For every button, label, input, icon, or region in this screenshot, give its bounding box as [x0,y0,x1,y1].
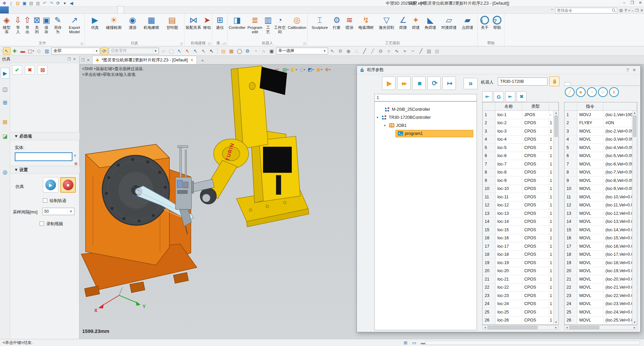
loc-21[interactable]: 21loc-21CPOS1 [483,275,558,284]
print-plus-icon[interactable]: ▥ [35,0,41,6]
command-row[interactable]: 2FLYBY#ON [565,119,637,128]
strip-mechatronic-icon[interactable]: ◫ [1,85,9,93]
loc-25[interactable]: 25loc-25CPOS1 [483,308,558,316]
command-row[interactable]: 11MOVL(loc-10,Vel=0.05000, [565,193,637,201]
loc-22[interactable]: 22loc-22CPOS1 [483,284,558,292]
command-row[interactable]: 15MOVL(loc-14,Vel=0.05000, [565,226,637,234]
loc-18[interactable]: 18loc-18CPOS1 [483,251,558,259]
robot-name-field[interactable]: TR30-1720B [498,78,547,86]
strip-structure-icon[interactable]: ⊞ [1,98,9,107]
load-locations-button[interactable]: ⇤ [482,91,492,102]
ribbon-tab[interactable] [9,6,15,13]
communication-button[interactable]: ⊞通信 [215,15,225,30]
command-row[interactable]: 8MOVL(loc-7,Vel=0.05000,A [565,168,637,177]
loc-12[interactable]: 12loc-12CPOS1 [483,201,558,210]
controller-button[interactable]: ◨Controller [228,15,247,30]
loc-4[interactable]: 4loc-4CPOS1 [483,136,558,144]
collapse-ribbon-icon[interactable]: ⌃ [550,8,553,13]
weld-seam-button[interactable]: ✦焊缝 [411,15,421,30]
ribbon-tab[interactable] [99,6,105,13]
required-section-header[interactable]: ▼ 必选项 [10,132,79,140]
print-icon[interactable]: ▤ [28,0,34,6]
restore-button[interactable]: ❐ [629,0,635,5]
help-button[interactable]: ?帮助 [492,15,502,30]
save-as-button[interactable]: ✎另存为 [51,15,64,35]
calibration-button[interactable]: ◎Calibration [287,15,307,30]
new-doc-icon[interactable]: ▯ [8,0,14,6]
box-a-icon[interactable]: ▧ [425,47,433,55]
command-row[interactable]: 24MOVL(loc-23,Vel=0.05000, [565,300,637,308]
loc-11[interactable]: 11loc-11CPOS1 [483,193,558,201]
loc-15[interactable]: 15loc-15CPOS1 [483,226,558,234]
line-icon[interactable]: ╱ [361,47,368,55]
tab-close-icon[interactable]: ✕ [190,58,194,62]
close-button[interactable]: ✕ [637,0,643,5]
menu-item[interactable] [117,0,123,7]
ribbon-tab[interactable] [15,6,21,13]
ribbon-tab[interactable] [39,6,45,13]
loc-14[interactable]: 14loc-14CPOS1 [483,218,558,226]
command-row[interactable]: 16MOVL(loc-15,Vel=0.05000, [565,234,637,243]
disable-command-button[interactable]: ╱ [565,87,575,97]
locations-vertical-scrollbar[interactable]: ▲▼ [553,111,558,325]
marquee-select-icon[interactable]: ▢▾ [27,47,35,55]
command-row[interactable]: 14MOVL(loc-13,Vel=0.05000, [565,218,637,226]
strip-search-icon[interactable]: ◎ [1,167,9,176]
display-icon[interactable]: ▭ [411,340,417,346]
gear-icon[interactable]: ⚙ [337,47,344,55]
ribbon-tab[interactable] [57,6,63,13]
chevron-down-icon[interactable]: ▾ [377,116,380,119]
ribbon-tab[interactable] [75,6,81,13]
apply-button[interactable]: ⊠ [38,65,48,75]
plane-icon[interactable]: ▣ [268,47,275,55]
doc-minimize-icon[interactable]: – [632,8,634,12]
spraying-button[interactable]: ≋喷涂 [344,15,354,30]
load-group-button[interactable]: G [494,91,504,102]
filter-combo[interactable]: 全部▼ [51,48,100,54]
command-tab[interactable] [583,83,589,86]
panel-restore-icon[interactable]: ❐ [66,57,72,61]
line-point-icon[interactable]: ╱ [369,47,376,55]
loc-9[interactable]: 9loc-9CPOS1 [483,177,558,185]
settings-section-header[interactable]: ▼ 设置 [10,166,79,174]
command-row[interactable]: 20MOVL(loc-19,Vel=0.05000, [565,267,637,276]
ribbon-tab[interactable] [93,6,99,13]
loc-5[interactable]: 5loc-5CPOS1 [483,144,558,152]
shade-cube-icon[interactable]: ◧▾ [290,66,298,73]
pick-shape-icon[interactable]: ↖ [176,47,183,55]
sim-stop-button[interactable]: ■ [60,177,76,193]
csys-icon[interactable]: ⊕▾ [324,66,331,73]
save-button[interactable]: ▣保存 [42,15,51,35]
help-dropdown-icon[interactable]: ▾ [629,9,630,12]
doc-close-icon[interactable]: ✕ [640,8,643,13]
laser-cutting-button[interactable]: ▽激光切割 [378,15,395,30]
pick-any-icon[interactable]: ↖ [208,47,215,55]
select-entity-icon[interactable]: ↖ [3,47,10,55]
curve-icon[interactable]: ∩ [260,47,267,55]
redo-icon[interactable]: ↷ [48,0,54,6]
walkthrough-button[interactable]: ◉漫游 [128,15,138,30]
selection-mode-combo[interactable]: 单一选择▼ [276,48,328,54]
link-b-icon[interactable]: ◯ [168,47,175,55]
doc-restore-icon[interactable]: ❐ [635,8,639,13]
ribbon-tab[interactable] [33,6,39,13]
command-row[interactable]: 12MOVL(loc-11,Vel=0.05000, [565,201,637,210]
ribbon-tab[interactable] [63,6,69,13]
tree-node-program[interactable]: program1 [395,130,473,137]
locations-horizontal-scrollbar[interactable]: ◄► [482,325,559,330]
tree-node-job[interactable]: ▾ JOB1 [384,122,407,129]
command-tab[interactable] [577,83,583,86]
globe-icon[interactable]: ◯ [236,47,243,55]
lock-button[interactable] [549,77,559,86]
command-row[interactable]: 10MOVL(loc-9,Vel=0.05000,A [565,185,637,193]
menu-item[interactable] [144,0,150,7]
run-button[interactable]: ▶ [382,77,395,90]
ribbon-tab[interactable] [27,6,33,13]
dialog-title-bar[interactable]: 程序参数 ? ✕ [357,66,640,75]
group-launcher-icon[interactable]: ◳ [208,42,211,45]
ribbon-tab[interactable] [87,6,93,13]
ribbon-tab[interactable] [45,6,51,13]
move-button[interactable]: ➤移动 [202,15,212,30]
grid-icon[interactable]: ⊞ [402,340,409,346]
save-icon[interactable]: ▣ [21,0,28,6]
